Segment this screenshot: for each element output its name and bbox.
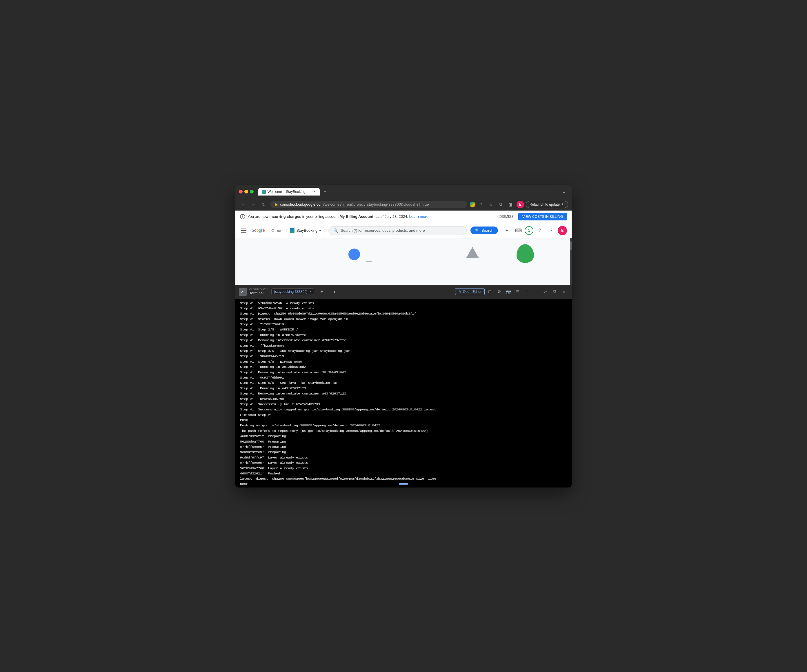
settings-cog-icon[interactable]: ⚙ [495,288,503,296]
gc-actions: ✦ ⌨ 1 ? ⋮ E [501,225,567,236]
shell-minimize-icon[interactable]: ─ [532,288,540,296]
notification-badge[interactable]: 1 [525,226,533,235]
minimize-button[interactable] [244,190,248,194]
share-icon[interactable]: ⤴ [477,200,485,209]
view-costs-button[interactable]: VIEW COSTS IN BILLING [518,213,567,220]
shell-tab[interactable]: (staybooking-388800) ✕ [271,288,314,295]
more-options-icon[interactable]: ⋮ [546,225,556,236]
dash-decoration [366,261,372,262]
sparkle-icon[interactable]: ✦ [501,225,512,236]
hamburger-line-3 [241,232,246,233]
info-icon: i [240,214,245,219]
dismiss-button[interactable]: DISMISS [497,214,516,220]
more-shell-icon[interactable]: ⋮ [523,288,531,296]
shell-tab-close-icon[interactable]: ✕ [309,290,312,293]
google-cloud-header: i You are now incurring charges in your … [235,210,572,238]
cloud-shell-header: >_ CLOUD SHELL Terminal (staybooking-388… [235,285,572,299]
project-selector[interactable]: StayBooking ▾ [286,227,325,234]
project-dropdown-icon: ▾ [319,228,321,233]
back-button[interactable]: ← [239,200,247,209]
open-editor-label: Open Editor [463,290,482,294]
relaunch-label: Relaunch to update [530,202,560,207]
url-path: /welcome?hl=en&project=staybooking-38880… [324,202,429,207]
traffic-lights [239,190,254,194]
lock-icon: 🔒 [274,202,278,206]
toolbar-icons: ⤴ ☆ ⧉ ▣ E Relaunch to update ⋮ [470,200,568,209]
google-account-icon[interactable] [470,202,475,207]
browser-window: Welcome – StayBooking – Go... ✕ + ⌄ ← → … [235,185,572,488]
open-editor-button[interactable]: ✎ Open Editor [455,288,485,295]
banner-text: You are now incurring charges in your bi… [247,214,495,219]
project-icon [290,228,294,233]
svg-text:l: l [261,228,262,233]
blue-circle-decoration [349,248,360,260]
google-logo-svg: G o o g l e [252,227,269,234]
search-bar[interactable]: 🔍 Search (/) for resources, docs, produc… [329,226,467,235]
close-button[interactable] [239,190,242,194]
scroll-thumb[interactable] [570,241,572,250]
search-placeholder: Search (/) for resources, docs, products… [340,228,425,233]
relaunch-menu-icon: ⋮ [561,202,565,207]
active-tab[interactable]: Welcome – StayBooking – Go... ✕ [258,188,320,195]
bookmark-icon[interactable]: ☆ [487,200,495,209]
split-icon[interactable]: ☰ [514,288,522,296]
shell-tab-dropdown-icon[interactable]: ▾ [329,286,340,297]
edit-icon: ✎ [458,290,461,294]
url-domain: console.cloud.google.com [280,202,324,207]
banner-suffix: , as of July 28, 2024. [374,214,408,219]
shell-close-icon[interactable]: ✕ [560,288,568,296]
gc-nav: G o o g l e Cloud StayBooking ▾ 🔍 Search… [235,223,572,238]
scroll-indicator[interactable] [570,238,572,285]
search-icon: 🔍 [333,228,338,233]
shell-controls: ✎ Open Editor ⊟ ⚙ 📷 ☰ ⋮ ─ ⤢ ⧉ ✕ [455,288,568,296]
svg-text:o: o [257,228,259,233]
user-avatar[interactable]: E [558,226,567,235]
window-controls: ⌄ [560,188,568,196]
help-icon[interactable]: ? [535,225,545,236]
new-tab-button[interactable]: + [321,188,329,196]
billing-banner: i You are now incurring charges in your … [235,210,572,223]
bottom-dragger[interactable] [399,483,408,485]
learn-more-link[interactable]: Learn more [409,214,428,219]
window-minimize-icon[interactable]: ⌄ [560,188,568,196]
search-btn-label: Search [482,228,493,233]
profile-icon[interactable]: E [516,201,524,208]
monitor-icon[interactable]: ⊟ [486,288,494,296]
project-name: StayBooking [296,228,317,233]
add-shell-tab-button[interactable]: + [317,286,327,297]
shell-expand-icon[interactable]: ⧉ [551,288,559,296]
svg-text:g: g [259,228,261,233]
triangle-decoration [466,247,479,258]
google-cloud-logo[interactable]: G o o g l e Cloud [252,227,282,234]
search-btn-icon: 🔍 [475,228,480,233]
extensions-icon[interactable]: ⧉ [497,200,505,209]
shell-tab-project: (staybooking-388800) [274,290,307,294]
banner-middle: in your billing account [301,214,339,219]
content-decorations [235,238,572,285]
content-area [235,238,572,285]
tab-title: Welcome – StayBooking – Go... [267,190,311,194]
tab-bar: Welcome – StayBooking – Go... ✕ + [258,188,558,196]
cloud-shell-labels: CLOUD SHELL Terminal [249,288,269,295]
forward-button[interactable]: → [249,200,257,209]
relaunch-button[interactable]: Relaunch to update ⋮ [526,201,568,208]
reload-button[interactable]: ↻ [260,200,268,209]
url-bar[interactable]: 🔒 console.cloud.google.com/welcome?hl=en… [270,201,467,208]
terminal-icon[interactable]: ⌨ [513,225,523,236]
shell-resize-icon[interactable]: ⤢ [541,288,550,296]
svg-text:e: e [262,228,265,233]
banner-account: My Billing Account [339,214,374,219]
banner-prefix: You are now [247,214,269,219]
hamburger-line-1 [241,228,246,229]
green-blob-decoration [516,244,534,263]
tab-close-icon[interactable]: ✕ [313,189,316,194]
tab-view-icon[interactable]: ▣ [507,200,515,209]
terminal-section: >_ CLOUD SHELL Terminal (staybooking-388… [235,285,572,488]
cloud-shell-title: CLOUD SHELL [249,288,269,291]
camera-icon[interactable]: 📷 [504,288,513,296]
hamburger-menu[interactable] [240,227,248,235]
search-button[interactable]: 🔍 Search [470,227,498,234]
cloud-shell-subtitle: Terminal [249,291,269,295]
tab-favicon [262,190,266,194]
maximize-button[interactable] [250,190,254,194]
